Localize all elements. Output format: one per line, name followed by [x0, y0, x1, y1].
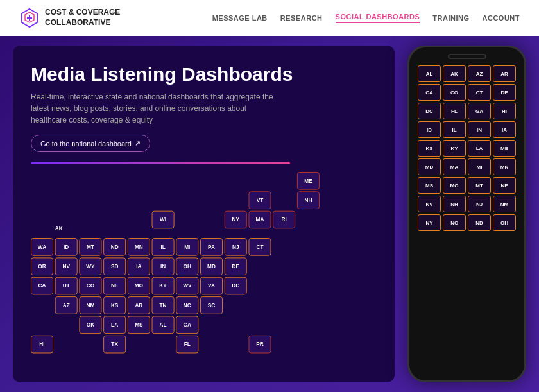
nav-research[interactable]: RESEARCH [280, 14, 323, 22]
state-KS[interactable]: KS [103, 296, 126, 314]
state-NC[interactable]: NC [176, 296, 198, 314]
state-ID[interactable]: ID [55, 238, 78, 256]
state-VT[interactable]: VT [248, 191, 271, 209]
state-KY[interactable]: KY [152, 277, 175, 295]
phone-state-GA[interactable]: GA [468, 103, 491, 119]
state-MT[interactable]: MT [79, 238, 101, 256]
state-WY[interactable]: WY [79, 257, 101, 275]
phone-state-MI[interactable]: MI [468, 158, 491, 175]
phone-state-IA[interactable]: IA [493, 121, 516, 138]
state-PR[interactable]: PR [248, 336, 271, 354]
state-UT[interactable]: UT [55, 277, 78, 295]
state-AZ[interactable]: AZ [55, 296, 78, 314]
phone-state-DC[interactable]: DC [418, 103, 441, 119]
phone-state-AK[interactable]: AK [443, 65, 466, 82]
state-NJ[interactable]: NJ [225, 238, 247, 256]
state-CO[interactable]: CO [79, 277, 101, 295]
phone-row: AL AK AZ AR [415, 65, 519, 82]
phone-state-MA[interactable]: MA [443, 158, 466, 175]
state-NE[interactable]: NE [103, 277, 126, 295]
phone-state-NC[interactable]: NC [443, 214, 466, 231]
state-OH[interactable]: OH [176, 257, 198, 275]
state-ND[interactable]: ND [103, 238, 126, 256]
state-IN[interactable]: IN [152, 257, 175, 275]
phone-state-CO[interactable]: CO [443, 84, 466, 101]
phone-state-NV[interactable]: NV [418, 196, 441, 212]
state-NY[interactable]: NY [225, 211, 247, 229]
state-OR[interactable]: OR [31, 257, 53, 275]
state-TN[interactable]: TN [152, 296, 175, 314]
state-RI[interactable]: RI [273, 211, 295, 229]
nav-message-lab[interactable]: MESSAGE LAB [212, 14, 268, 22]
state-NH[interactable]: NH [297, 191, 320, 209]
state-PA[interactable]: PA [200, 238, 223, 256]
phone-state-CT[interactable]: CT [468, 84, 491, 101]
state-SC[interactable]: SC [200, 296, 223, 314]
nav-training[interactable]: TRAINING [432, 14, 469, 22]
state-MI[interactable]: MI [176, 238, 198, 256]
state-WA[interactable]: WA [31, 238, 53, 256]
logo: COST & COVERAGE COLLABORATIVE [19, 8, 120, 28]
phone-state-ME[interactable]: ME [493, 140, 516, 157]
phone-state-IL[interactable]: IL [443, 121, 466, 138]
phone-state-NM[interactable]: NM [493, 196, 516, 212]
phone-state-LA[interactable]: LA [468, 140, 491, 157]
state-TX[interactable]: TX [103, 336, 126, 354]
state-LA[interactable]: LA [103, 316, 126, 334]
dashboard-title: Media Listening Dashboards [31, 64, 377, 85]
state-CT[interactable]: CT [248, 238, 271, 256]
nav-social-dashboards[interactable]: SOCIAL DASHBOARDS [336, 13, 420, 23]
phone-state-MD[interactable]: MD [418, 158, 441, 175]
phone-state-MS[interactable]: MS [418, 177, 441, 194]
national-dashboard-button[interactable]: Go to the national dashboard ↗ [31, 135, 150, 152]
state-OK[interactable]: OK [79, 316, 101, 334]
phone-state-DE[interactable]: DE [493, 84, 516, 101]
state-ME[interactable]: ME [297, 172, 320, 190]
state-WV[interactable]: WV [176, 277, 198, 295]
phone-state-IN[interactable]: IN [468, 121, 491, 138]
state-CA[interactable]: CA [31, 277, 53, 295]
phone-state-ID[interactable]: ID [418, 121, 441, 138]
state-row: VT NH [31, 191, 349, 209]
phone-state-NY[interactable]: NY [418, 214, 441, 231]
phone-state-AR[interactable]: AR [493, 65, 516, 82]
state-IL[interactable]: IL [152, 238, 175, 256]
state-AR[interactable]: AR [128, 296, 150, 314]
phone-state-ND[interactable]: ND [468, 214, 491, 231]
state-DE[interactable]: DE [225, 257, 247, 275]
phone-state-AZ[interactable]: AZ [468, 65, 491, 82]
state-SD[interactable]: SD [103, 257, 126, 275]
main-content: Media Listening Dashboards Real-time, in… [0, 36, 539, 392]
state-GA[interactable]: GA [176, 316, 198, 334]
nav-account[interactable]: ACCOUNT [483, 14, 520, 22]
state-HI[interactable]: HI [31, 336, 53, 354]
phone-state-NJ[interactable]: NJ [468, 196, 491, 212]
state-MN[interactable]: MN [128, 238, 150, 256]
phone-state-CA[interactable]: CA [418, 84, 441, 101]
state-WI[interactable]: WI [152, 211, 175, 229]
phone-state-HI[interactable]: HI [493, 103, 516, 119]
phone-state-KY[interactable]: KY [443, 140, 466, 157]
phone-state-NH[interactable]: NH [443, 196, 466, 212]
phone-state-AL[interactable]: AL [418, 65, 441, 82]
state-NM[interactable]: NM [79, 296, 101, 314]
state-map: ME VT NH WI NY MA RI [31, 172, 349, 353]
phone-state-OH[interactable]: OH [493, 214, 516, 231]
state-MD[interactable]: MD [200, 257, 223, 275]
phone-state-FL[interactable]: FL [443, 103, 466, 119]
phone-state-NE[interactable]: NE [493, 177, 516, 194]
phone-mockup: AL AK AZ AR CA CO CT DE DC FL GA HI ID I… [407, 46, 526, 382]
state-VA[interactable]: VA [200, 277, 223, 295]
phone-state-KS[interactable]: KS [418, 140, 441, 157]
state-FL[interactable]: FL [176, 336, 198, 354]
state-MS[interactable]: MS [128, 316, 150, 334]
state-MO[interactable]: MO [128, 277, 150, 295]
phone-state-MN[interactable]: MN [493, 158, 516, 175]
phone-state-MO[interactable]: MO [443, 177, 466, 194]
state-MA[interactable]: MA [248, 211, 271, 229]
state-IA[interactable]: IA [128, 257, 150, 275]
state-DC[interactable]: DC [225, 277, 247, 295]
state-NV[interactable]: NV [55, 257, 78, 275]
state-AL[interactable]: AL [152, 316, 175, 334]
phone-state-MT[interactable]: MT [468, 177, 491, 194]
